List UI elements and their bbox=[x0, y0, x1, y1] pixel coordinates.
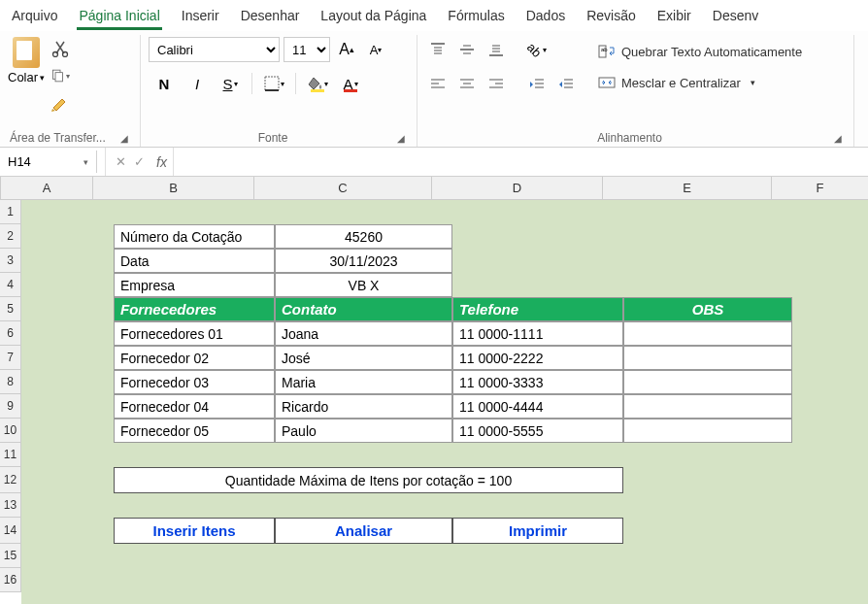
cut-button[interactable] bbox=[50, 39, 70, 58]
wrap-text-button[interactable]: ab Quebrar Texto Automaticamente bbox=[592, 41, 808, 62]
max-items-note: Quantidade Máxima de Itens por cotação =… bbox=[114, 467, 623, 493]
cell-fornecedor[interactable]: Fornecedor 02 bbox=[114, 346, 275, 370]
analisar-button[interactable]: Analisar bbox=[275, 518, 452, 544]
menu-item-pginainicial[interactable]: Página Inicial bbox=[77, 4, 161, 30]
info-value: VB X bbox=[275, 273, 452, 297]
info-label: Data bbox=[114, 249, 275, 273]
cell-contato[interactable]: Maria bbox=[275, 370, 452, 394]
menu-item-arquivo[interactable]: Arquivo bbox=[10, 4, 59, 30]
row-header-13[interactable]: 13 bbox=[0, 493, 21, 518]
row-header-3[interactable]: 3 bbox=[0, 249, 21, 273]
align-right-button[interactable] bbox=[484, 72, 509, 97]
accept-formula-button[interactable]: ✓ bbox=[134, 154, 145, 169]
row-header-16[interactable]: 16 bbox=[0, 568, 21, 592]
cell-fornecedor[interactable]: Fornecedores 01 bbox=[114, 321, 275, 346]
clipboard-launcher[interactable]: ◢ bbox=[118, 133, 130, 144]
cell-contato[interactable]: Paulo bbox=[275, 419, 452, 443]
row-header-9[interactable]: 9 bbox=[0, 394, 21, 419]
col-header-D[interactable]: D bbox=[432, 177, 603, 200]
cell-obs[interactable] bbox=[623, 321, 792, 346]
inserir-itens-button[interactable]: Inserir Itens bbox=[114, 518, 275, 544]
merge-center-button[interactable]: Mesclar e Centralizar ▾ bbox=[592, 72, 808, 93]
col-header-C[interactable]: C bbox=[254, 177, 432, 200]
row-header-15[interactable]: 15 bbox=[0, 544, 21, 568]
cell-fornecedor[interactable]: Fornecedor 03 bbox=[114, 370, 275, 394]
underline-button[interactable]: S▾ bbox=[215, 70, 246, 97]
name-box[interactable]: H14▾ bbox=[0, 151, 97, 173]
col-header-F[interactable]: F bbox=[772, 177, 868, 200]
menu-item-layoutdapgina[interactable]: Layout da Página bbox=[318, 4, 428, 30]
col-header-fornecedores: Fornecedores bbox=[114, 297, 275, 321]
italic-button[interactable]: I bbox=[182, 70, 213, 97]
borders-button[interactable]: ▾ bbox=[258, 70, 289, 97]
paste-button[interactable]: Colar▾ bbox=[8, 37, 45, 84]
row-header-14[interactable]: 14 bbox=[0, 518, 21, 544]
align-middle-button[interactable] bbox=[454, 37, 480, 62]
align-center-button[interactable] bbox=[454, 72, 480, 97]
row-header-10[interactable]: 10 bbox=[0, 419, 21, 443]
imprimir-button[interactable]: Imprimir bbox=[452, 518, 623, 544]
menu-item-inserir[interactable]: Inserir bbox=[180, 4, 221, 30]
svg-text:ab: ab bbox=[601, 47, 608, 52]
row-header-5[interactable]: 5 bbox=[0, 297, 21, 321]
col-header-B[interactable]: B bbox=[93, 177, 254, 200]
font-size-select[interactable]: 11 bbox=[284, 37, 330, 62]
row-header-8[interactable]: 8 bbox=[0, 370, 21, 394]
increase-indent-button[interactable] bbox=[553, 72, 579, 97]
menu-item-exibir[interactable]: Exibir bbox=[655, 4, 693, 30]
align-top-button[interactable] bbox=[425, 37, 451, 62]
cells-area[interactable]: Número da Cotação 45260 Data 30/11/2023 … bbox=[21, 200, 868, 604]
cancel-formula-button[interactable]: ✕ bbox=[116, 154, 126, 169]
cell-fornecedor[interactable]: Fornecedor 04 bbox=[114, 394, 275, 419]
fx-button[interactable]: fx bbox=[150, 154, 173, 170]
cell-telefone[interactable]: 11 0000-3333 bbox=[452, 370, 623, 394]
bold-button[interactable]: N bbox=[149, 70, 180, 97]
row-header-4[interactable]: 4 bbox=[0, 273, 21, 297]
cell-fornecedor[interactable]: Fornecedor 05 bbox=[114, 419, 275, 443]
formula-input[interactable] bbox=[173, 148, 868, 176]
decrease-font-button[interactable]: A▾ bbox=[363, 37, 388, 62]
font-launcher[interactable]: ◢ bbox=[395, 133, 407, 144]
align-bottom-button[interactable] bbox=[484, 37, 509, 62]
menu-item-desenv[interactable]: Desenv bbox=[711, 4, 760, 30]
increase-font-button[interactable]: A▴ bbox=[334, 37, 359, 62]
spreadsheet-grid: ABCDEF 12345678910111213141516 Número da… bbox=[0, 177, 868, 604]
menu-item-frmulas[interactable]: Fórmulas bbox=[446, 4, 506, 30]
menu-item-dados[interactable]: Dados bbox=[524, 4, 567, 30]
fill-color-button[interactable]: ▾ bbox=[302, 70, 333, 97]
table-row: Fornecedor 05 Paulo 11 0000-5555 bbox=[21, 419, 868, 443]
cell-telefone[interactable]: 11 0000-5555 bbox=[452, 419, 623, 443]
font-name-select[interactable]: Calibri bbox=[149, 37, 280, 62]
decrease-indent-button[interactable] bbox=[524, 72, 550, 97]
font-color-button[interactable]: A ▾ bbox=[335, 70, 366, 97]
cell-contato[interactable]: Joana bbox=[275, 321, 452, 346]
menu-item-reviso[interactable]: Revisão bbox=[584, 4, 638, 30]
col-header-E[interactable]: E bbox=[603, 177, 772, 200]
cell-obs[interactable] bbox=[623, 419, 792, 443]
row-header-1[interactable]: 1 bbox=[0, 200, 21, 224]
font-group-label: Fonte bbox=[150, 131, 395, 145]
align-left-button[interactable] bbox=[425, 72, 451, 97]
row-header-11[interactable]: 11 bbox=[0, 443, 21, 467]
format-painter-button[interactable] bbox=[50, 93, 70, 113]
row-header-6[interactable]: 6 bbox=[0, 321, 21, 346]
copy-button[interactable]: ▾ bbox=[50, 66, 70, 85]
cell-obs[interactable] bbox=[623, 370, 792, 394]
cell-obs[interactable] bbox=[623, 394, 792, 419]
row-header-7[interactable]: 7 bbox=[0, 346, 21, 370]
row-header-2[interactable]: 2 bbox=[0, 224, 21, 249]
cell-telefone[interactable]: 11 0000-1111 bbox=[452, 321, 623, 346]
col-header-obs: OBS bbox=[623, 297, 792, 321]
cell-telefone[interactable]: 11 0000-2222 bbox=[452, 346, 623, 370]
alignment-launcher[interactable]: ◢ bbox=[832, 133, 844, 144]
paste-label: Colar bbox=[8, 70, 38, 84]
cell-obs[interactable] bbox=[623, 346, 792, 370]
menu-item-desenhar[interactable]: Desenhar bbox=[239, 4, 302, 30]
row-header-12[interactable]: 12 bbox=[0, 467, 21, 493]
cell-telefone[interactable]: 11 0000-4444 bbox=[452, 394, 623, 419]
col-header-A[interactable]: A bbox=[1, 177, 93, 200]
wrap-text-icon: ab bbox=[598, 44, 616, 59]
cell-contato[interactable]: José bbox=[275, 346, 452, 370]
cell-contato[interactable]: Ricardo bbox=[275, 394, 452, 419]
orientation-button[interactable]: ab▾ bbox=[524, 37, 550, 62]
